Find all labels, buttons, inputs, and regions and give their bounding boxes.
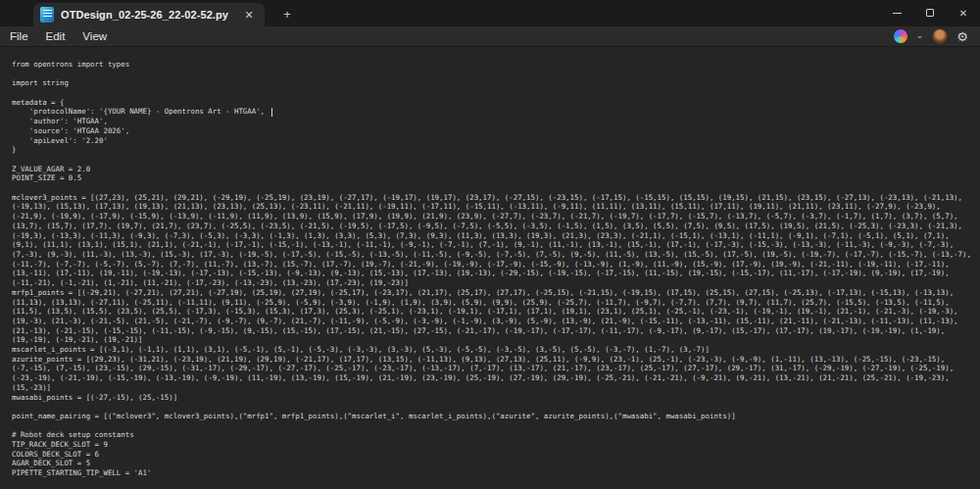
code-line: (19,-3), (21,-3), (-21,-5), (21,-5), (-2… [12, 317, 972, 326]
code-line: 'apiLevel': '2.20' [12, 136, 972, 146]
code-line: azurite_points = [(29,23), (-31,21), (-2… [12, 355, 972, 365]
code-line: (13,-11), (17,-11), (19,-11), (-19,-13),… [12, 269, 972, 278]
code-line: (-11,-21), (-1,-21), (1,-21), (11,-21), … [12, 278, 972, 288]
code-line [12, 421, 972, 431]
code-line: (-19,3), (-13,3), (-11,3), (-9,3), (-7,3… [12, 231, 972, 241]
code-line: TIP_RACK_DECK_SLOT = 9 [12, 440, 972, 450]
chevron-down-icon[interactable]: ⌄ [916, 30, 924, 40]
minimize-button[interactable] [880, 0, 913, 25]
account-avatar[interactable] [932, 28, 948, 44]
code-line: Z_VALUE_AGAR = 2.0 [12, 165, 972, 174]
code-line: point_name_pairing = [("mclover3", mclov… [12, 412, 972, 421]
maximize-icon [926, 9, 934, 17]
code-line [12, 88, 972, 98]
menu-edit[interactable]: Edit [38, 28, 74, 44]
text-caret [271, 108, 272, 117]
new-tab-button[interactable]: + [278, 5, 296, 23]
code-line: (7,-3), (9,-3), (11,-3), (13,-3), (15,-3… [12, 250, 972, 260]
code-line: (9,1), (11,1), (13,1), (15,1), (21,1), (… [12, 240, 972, 250]
tab-title: OTDesign_02-25-26_22-02-52.py [61, 9, 228, 21]
code-line: AGAR_DECK_SLOT = 5 [12, 459, 972, 468]
code-line: 'protocolName': '{YOUR NAME} - Opentrons… [12, 107, 972, 117]
code-line: # Robot deck setup constants [12, 430, 972, 440]
code-line: PIPETTE_STARTING_TIP_WELL = 'A1' [12, 468, 972, 478]
code-line: (-11,-7), (-7,-7), (-5,-7), (5,-7), (7,-… [12, 260, 972, 269]
code-line: 'source': 'HTGAA 2026', [12, 126, 972, 136]
code-line: COLORS_DECK_SLOT = 6 [12, 450, 972, 460]
code-line: POINT_SIZE = 0.5 [12, 173, 972, 183]
code-line: from opentrons import types [12, 60, 972, 70]
titlebar[interactable]: OTDesign_02-25-26_22-02-52.py ✕ + ✕ [0, 0, 980, 26]
code-line: } [12, 145, 972, 155]
window-controls: ✕ [880, 0, 980, 25]
code-line: (11,5), (13,5), (15,5), (23,5), (25,5), … [12, 307, 972, 317]
code-line: (-19,13), (15,13), (17,13), (19,13), (21… [12, 202, 972, 212]
code-line [12, 155, 972, 165]
tab-otdesign-file[interactable]: OTDesign_02-25-26_22-02-52.py ✕ [33, 3, 265, 26]
code-line: (15,-23)] [12, 383, 972, 393]
close-window-button[interactable]: ✕ [947, 0, 980, 25]
text-editor-area[interactable]: from opentrons import typesimport string… [0, 47, 980, 489]
code-line: (-21,9), (-19,9), (-17,9), (-15,9), (-13… [12, 212, 972, 221]
code-line [12, 183, 972, 193]
code-line: (-7,-15), (7,-15), (23,-15), (29,-15), (… [12, 364, 972, 373]
code-line: (13,7), (15,7), (17,7), (19,7), (21,7), … [12, 221, 972, 231]
code-line: mwasabi_points = [(-27,-15), (25,-15)] [12, 393, 972, 403]
code-line: metadata = { [12, 98, 972, 108]
code-line: import string [12, 78, 972, 88]
code-line: mclover3_points = [(27,23), (25,21), (29… [12, 193, 972, 203]
code-line: mrfp1_points = [(-29,21), (-27,21), (27,… [12, 288, 972, 298]
code-line: (11,13), (13,13), (-27,11), (-25,11), (-… [12, 298, 972, 308]
settings-gear-icon[interactable]: ⚙ [956, 30, 968, 43]
menubar-right-icons: ⌄ ⚙ [894, 28, 968, 44]
notepad-window: OTDesign_02-25-26_22-02-52.py ✕ + ✕ File… [0, 0, 980, 489]
code-line: 'author': 'HTGAA', [12, 117, 972, 126]
code-line [12, 70, 972, 79]
code-line: mscarlet_i_points = [(-3,1), (-1,1), (1,… [12, 345, 972, 355]
notepad-app-icon [40, 7, 54, 23]
copilot-icon[interactable] [894, 29, 907, 43]
minimize-icon [893, 13, 902, 14]
maximize-button[interactable] [913, 0, 947, 25]
code-line: (21,-13), (-21,-15), (-15,-15), (-11,-15… [12, 326, 972, 336]
code-line: (19,-19), (-19,-21), (19,-21)] [12, 335, 972, 345]
code-line: (-23,-19), (-21,-19), (-15,-19), (-13,-1… [12, 373, 972, 383]
menu-file[interactable]: File [2, 28, 36, 44]
code-content: from opentrons import typesimport string… [12, 60, 972, 478]
code-line [12, 402, 972, 412]
menu-view[interactable]: View [74, 28, 115, 44]
menubar: File Edit View ⌄ ⚙ [0, 26, 980, 47]
tab-close-icon[interactable]: ✕ [241, 7, 257, 23]
